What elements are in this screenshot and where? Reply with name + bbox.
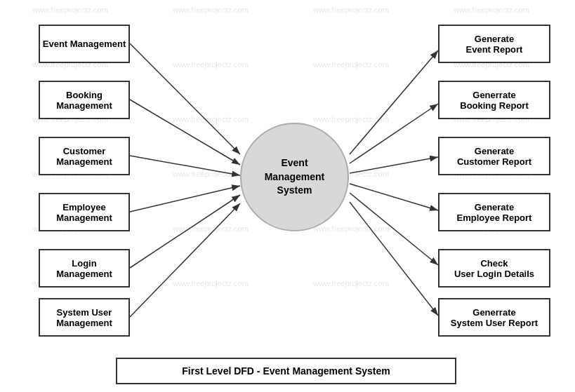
- gen-sysuser-report-box: GenerrateSystem User Report: [438, 298, 550, 337]
- login-management-box: LoginManagement: [39, 249, 130, 288]
- svg-line-8: [350, 104, 438, 163]
- gen-employee-report-box: GenerateEmployee Report: [438, 193, 550, 231]
- svg-line-2: [130, 100, 240, 165]
- svg-line-11: [350, 193, 438, 265]
- diagram: www.freeprojectz.com www.freeprojectz.co…: [0, 0, 575, 392]
- employee-management-box: EmployeeManagement: [39, 193, 130, 231]
- booking-management-box: BookingManagement: [39, 81, 130, 119]
- svg-line-3: [130, 156, 240, 175]
- svg-line-5: [130, 195, 240, 268]
- gen-booking-report-box: GenerrateBooking Report: [438, 81, 550, 119]
- customer-management-box: CustomerManagement: [39, 137, 130, 175]
- svg-line-6: [130, 203, 240, 317]
- svg-line-4: [130, 186, 240, 212]
- svg-line-10: [350, 184, 438, 210]
- event-management-box: Event Management: [39, 25, 130, 63]
- center-circle: EventManagementSystem: [240, 123, 349, 231]
- footer-title-box: First Level DFD - Event Management Syste…: [116, 358, 456, 384]
- svg-line-7: [350, 50, 438, 154]
- svg-line-9: [350, 157, 438, 173]
- svg-line-12: [350, 202, 438, 316]
- check-login-box: CheckUser Login Details: [438, 249, 550, 288]
- gen-customer-report-box: GenerateCustomer Report: [438, 137, 550, 175]
- sysuser-management-box: System UserManagement: [39, 298, 130, 337]
- gen-event-report-box: GenerateEvent Report: [438, 25, 550, 63]
- svg-line-1: [130, 43, 240, 154]
